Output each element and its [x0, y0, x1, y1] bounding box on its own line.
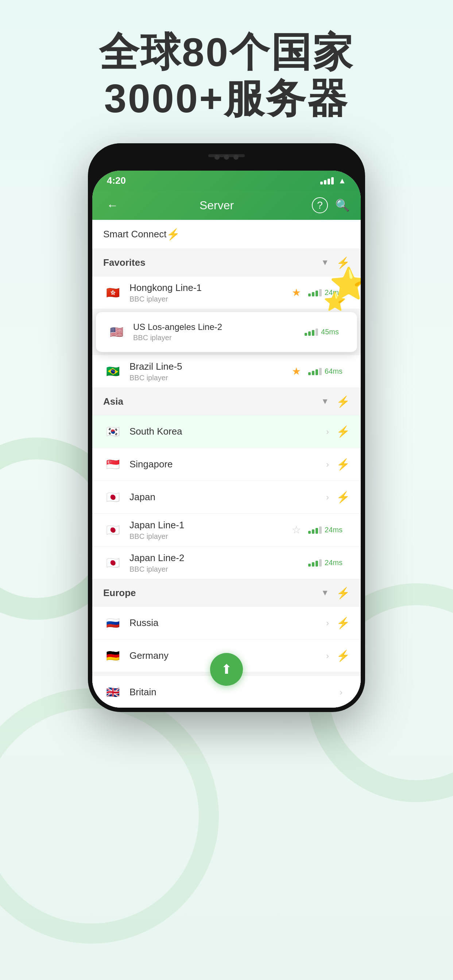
signal-icon: [320, 177, 334, 185]
app-title: Server: [199, 199, 234, 212]
south-korea-lightning-icon: ⚡: [336, 425, 350, 438]
japan-item[interactable]: 🇯🇵 Japan › ⚡: [92, 481, 361, 514]
asia-label: Asia: [103, 396, 321, 407]
j2pb4: [319, 559, 322, 566]
favorites-label: Favorites: [103, 257, 321, 268]
us-name-wrap: US Los-angeles Line-2 BBC iplayer: [133, 322, 305, 342]
bg-decoration-arc-bottom: [0, 688, 219, 943]
hongkong-name-wrap: Hongkong Line-1 BBC iplayer: [129, 282, 292, 303]
j1pb2: [312, 530, 314, 534]
help-button[interactable]: ?: [312, 197, 328, 213]
hongkong-flag: 🇭🇰: [103, 286, 122, 299]
camera-dot-3: [233, 154, 239, 160]
bpb2: [312, 371, 314, 375]
smart-connect-lightning-icon: ⚡: [166, 228, 180, 240]
hongkong-star-icon[interactable]: ★: [292, 286, 301, 299]
pb3: [316, 291, 318, 296]
japan-line1-ping-ms: 24ms: [325, 526, 343, 534]
russia-lightning-icon: ⚡: [336, 617, 350, 629]
hongkong-signal-icon: [308, 289, 322, 296]
smart-connect-label: Smart Connect: [103, 229, 166, 240]
japan-flag: 🇯🇵: [103, 491, 122, 504]
hongkong-sub: BBC iplayer: [129, 295, 292, 303]
help-icon: ?: [317, 199, 323, 211]
camera-dot-2: [224, 154, 229, 160]
wifi-icon: ▲: [338, 176, 346, 186]
us-flag: 🇺🇸: [107, 326, 126, 339]
us-item[interactable]: 🇺🇸 US Los-angeles Line-2 BBC iplayer: [96, 312, 357, 352]
japan-line2-sub: BBC iplayer: [129, 565, 308, 573]
japan-lightning-icon: ⚡: [336, 491, 350, 503]
japan-line2-name: Japan Line-2: [129, 552, 308, 564]
britain-chevron-icon: ›: [340, 687, 343, 697]
brazil-flag: 🇧🇷: [103, 365, 122, 378]
promo-line1: 全球80个国家: [0, 29, 453, 75]
smart-connect-item[interactable]: Smart Connect ⚡: [92, 220, 361, 249]
germany-chevron-icon: ›: [326, 651, 329, 661]
singapore-flag: 🇸🇬: [103, 458, 122, 471]
signal-bar-3: [327, 179, 330, 185]
j1pb3: [316, 528, 318, 534]
us-name: US Los-angeles Line-2: [133, 322, 305, 332]
back-button[interactable]: ←: [103, 199, 121, 212]
status-icons: ▲: [320, 176, 346, 186]
signal-bar-2: [324, 180, 327, 185]
asia-lightning-icon: ⚡: [336, 395, 350, 408]
pb4: [319, 289, 322, 296]
japan-line1-name: Japan Line-1: [129, 520, 292, 531]
upb1: [305, 333, 307, 336]
j1pb1: [308, 531, 311, 534]
brazil-star-icon[interactable]: ★: [292, 365, 301, 377]
promo-line2: 3000+服务器: [0, 75, 453, 122]
search-button[interactable]: 🔍: [335, 198, 350, 212]
singapore-lightning-icon: ⚡: [336, 458, 350, 471]
brazil-item[interactable]: 🇧🇷 Brazil Line-5 BBC iplayer ★ 64: [92, 355, 361, 388]
signal-bar-4: [331, 177, 334, 185]
camera-area: [214, 154, 239, 160]
j1pb4: [319, 527, 322, 534]
phone-frame: 4:20 ▲ ← Server ?: [88, 143, 365, 712]
japan-line1-item[interactable]: 🇯🇵 Japan Line-1 BBC iplayer ☆ 24m: [92, 514, 361, 547]
phone-top-bar: [88, 143, 365, 170]
pb2: [312, 292, 314, 296]
phone-device: 4:20 ▲ ← Server ?: [88, 143, 365, 712]
japan-line1-sub: BBC iplayer: [129, 532, 292, 541]
brazil-name: Brazil Line-5: [129, 361, 292, 372]
scroll-top-icon: ⬆: [221, 662, 232, 677]
status-time: 4:20: [107, 175, 126, 186]
bpb4: [319, 368, 322, 375]
brazil-signal-icon: [308, 368, 322, 375]
hongkong-item[interactable]: 🇭🇰 Hongkong Line-1 BBC iplayer ★: [92, 276, 361, 309]
brazil-sub: BBC iplayer: [129, 374, 292, 382]
europe-dropdown-icon: ▼: [321, 588, 329, 598]
app-header: ← Server ? 🔍: [92, 191, 361, 220]
scroll-top-fab[interactable]: ⬆: [210, 653, 243, 686]
favorites-section-header[interactable]: Favorites ▼ ⚡: [92, 249, 361, 276]
phone-screen: 4:20 ▲ ← Server ?: [92, 170, 361, 708]
singapore-item[interactable]: 🇸🇬 Singapore › ⚡: [92, 448, 361, 481]
britain-name: Britain: [129, 687, 340, 698]
upb3: [312, 330, 314, 336]
south-korea-flag: 🇰🇷: [103, 425, 122, 438]
japan-line1-flag: 🇯🇵: [103, 523, 122, 537]
japan-line1-star-icon[interactable]: ☆: [292, 524, 301, 536]
japan-line2-item[interactable]: 🇯🇵 Japan Line-2 BBC iplayer 24ms: [92, 547, 361, 579]
europe-lightning-icon: ⚡: [336, 587, 350, 600]
japan-name: Japan: [129, 492, 326, 503]
britain-flag: 🇬🇧: [103, 686, 122, 699]
asia-section-header[interactable]: Asia ▼ ⚡: [92, 388, 361, 415]
japan-line2-ping-ms: 24ms: [325, 558, 343, 567]
japan-line2-signal-icon: [308, 559, 322, 566]
south-korea-chevron-icon: ›: [326, 426, 329, 437]
japan-line1-signal-icon: [308, 527, 322, 534]
japan-line2-name-wrap: Japan Line-2 BBC iplayer: [129, 552, 308, 573]
south-korea-item[interactable]: 🇰🇷 South Korea › ⚡: [92, 415, 361, 448]
pb1: [308, 293, 311, 296]
south-korea-name: South Korea: [129, 426, 326, 437]
russia-item[interactable]: 🇷🇺 Russia › ⚡: [92, 607, 361, 640]
camera-dot-1: [214, 154, 220, 160]
promo-header: 全球80个国家 3000+服务器: [0, 0, 453, 143]
germany-lightning-icon: ⚡: [336, 649, 350, 662]
small-star-decoration: ⭐: [324, 291, 346, 312]
europe-section-header[interactable]: Europe ▼ ⚡: [92, 579, 361, 607]
